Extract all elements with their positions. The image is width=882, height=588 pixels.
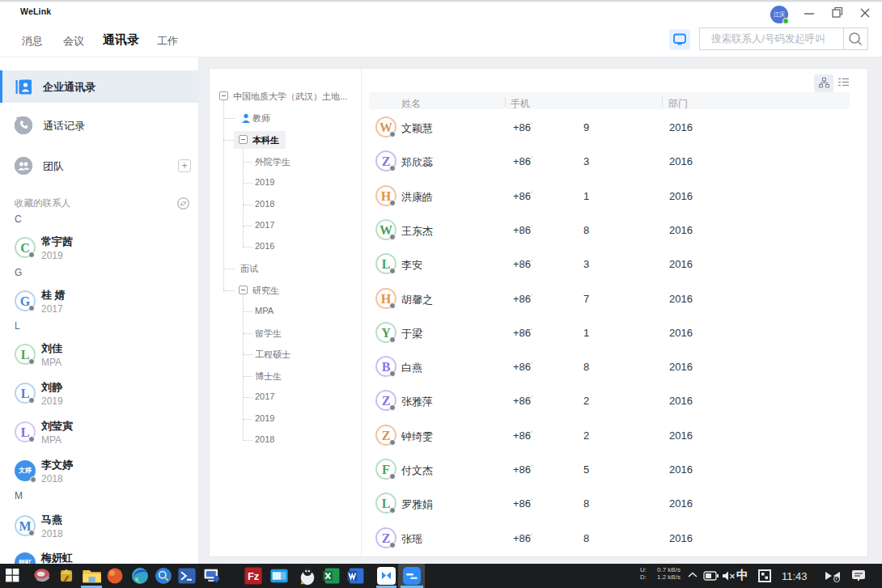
svg-text:Fz: Fz: [248, 570, 260, 582]
